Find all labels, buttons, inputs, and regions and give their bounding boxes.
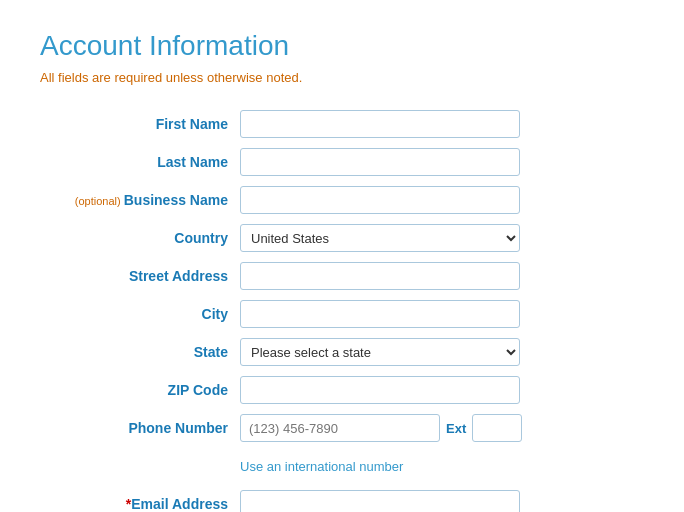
email-row: *Email Address [40, 485, 644, 512]
street-address-label: Street Address [40, 257, 240, 295]
business-name-input[interactable] [240, 186, 520, 214]
last-name-input[interactable] [240, 148, 520, 176]
country-row: Country United States Canada United King… [40, 219, 644, 257]
city-input[interactable] [240, 300, 520, 328]
first-name-input[interactable] [240, 110, 520, 138]
international-number-link[interactable]: Use an international number [240, 459, 403, 474]
international-link-row: Use an international number [40, 447, 644, 485]
ext-label: Ext [446, 421, 466, 436]
email-label-text: Email Address [131, 496, 228, 512]
ext-input[interactable] [472, 414, 522, 442]
email-label: *Email Address [40, 485, 240, 512]
page-subtitle: All fields are required unless otherwise… [40, 70, 644, 85]
optional-tag: (optional) [75, 195, 124, 207]
state-label: State [40, 333, 240, 371]
business-name-row: (optional) Business Name [40, 181, 644, 219]
page-title: Account Information [40, 30, 644, 62]
country-label: Country [40, 219, 240, 257]
city-row: City [40, 295, 644, 333]
street-address-input[interactable] [240, 262, 520, 290]
zip-code-input[interactable] [240, 376, 520, 404]
phone-row: Phone Number Ext [40, 409, 644, 447]
phone-label: Phone Number [40, 409, 240, 447]
city-label: City [40, 295, 240, 333]
zip-code-row: ZIP Code [40, 371, 644, 409]
street-address-row: Street Address [40, 257, 644, 295]
country-select[interactable]: United States Canada United Kingdom Aust… [240, 224, 520, 252]
email-input[interactable] [240, 490, 520, 512]
state-row: State Please select a state AlabamaAlask… [40, 333, 644, 371]
first-name-row: First Name [40, 105, 644, 143]
last-name-row: Last Name [40, 143, 644, 181]
state-select[interactable]: Please select a state AlabamaAlaskaArizo… [240, 338, 520, 366]
business-name-label: (optional) Business Name [40, 181, 240, 219]
phone-input-group: Ext [240, 414, 644, 442]
account-form: First Name Last Name (optional) Business… [40, 105, 644, 512]
zip-code-label: ZIP Code [40, 371, 240, 409]
phone-input[interactable] [240, 414, 440, 442]
last-name-label: Last Name [40, 143, 240, 181]
first-name-label: First Name [40, 105, 240, 143]
